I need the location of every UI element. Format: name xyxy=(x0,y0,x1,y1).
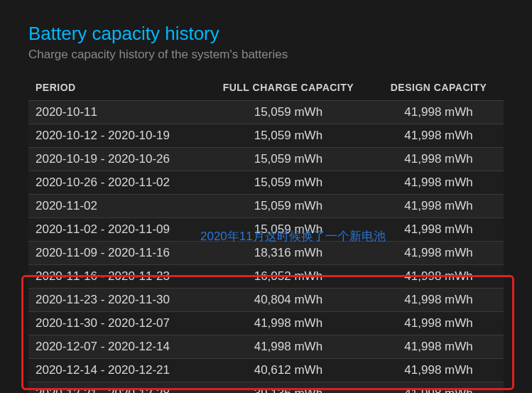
table-header-row: PERIOD FULL CHARGE CAPACITY DESIGN CAPAC… xyxy=(28,76,504,101)
table-row: 2020-12-07 - 2020-12-1441,998 mWh41,998 … xyxy=(28,335,504,359)
cell-full-charge: 41,998 mWh xyxy=(203,335,374,359)
cell-design-capacity: 41,998 mWh xyxy=(374,312,504,335)
cell-period: 2020-10-19 - 2020-10-26 xyxy=(28,148,203,171)
cell-design-capacity: 41,998 mWh xyxy=(374,359,504,382)
col-header-design: DESIGN CAPACITY xyxy=(374,76,504,101)
cell-full-charge: 15,059 mWh xyxy=(203,195,374,218)
cell-design-capacity: 41,998 mWh xyxy=(374,124,504,148)
cell-period: 2020-10-11 xyxy=(28,101,203,124)
cell-design-capacity: 41,998 mWh xyxy=(374,218,504,242)
table-row: 2020-10-1115,059 mWh41,998 mWh xyxy=(28,101,504,124)
cell-design-capacity: 41,998 mWh xyxy=(374,335,504,359)
cell-period: 2020-11-30 - 2020-12-07 xyxy=(28,312,203,335)
table-row: 2020-11-16 - 2020-11-2316,052 mWh41,998 … xyxy=(28,265,504,289)
cell-design-capacity: 41,998 mWh xyxy=(374,171,504,195)
cell-period: 2020-12-21 - 2020-12-28 xyxy=(28,382,203,394)
col-header-period: PERIOD xyxy=(28,76,203,101)
cell-full-charge: 16,052 mWh xyxy=(203,265,374,289)
table-row: 2020-11-0215,059 mWh41,998 mWh xyxy=(28,195,504,218)
section-title: Battery capacity history xyxy=(28,23,504,45)
cell-full-charge: 41,998 mWh xyxy=(203,312,374,335)
cell-period: 2020-11-02 - 2020-11-09 xyxy=(28,218,203,242)
cell-design-capacity: 41,998 mWh xyxy=(374,101,504,124)
cell-period: 2020-12-07 - 2020-12-14 xyxy=(28,335,203,359)
cell-full-charge: 15,059 mWh xyxy=(203,148,374,171)
col-header-full-charge: FULL CHARGE CAPACITY xyxy=(203,76,374,101)
cell-period: 2020-11-23 - 2020-11-30 xyxy=(28,289,203,312)
table-row: 2020-11-09 - 2020-11-1618,316 mWh41,998 … xyxy=(28,242,504,265)
cell-full-charge: 15,059 mWh xyxy=(203,101,374,124)
report-container: Battery capacity history Charge capacity… xyxy=(0,0,532,393)
table-row: 2020-12-14 - 2020-12-2140,612 mWh41,998 … xyxy=(28,359,504,382)
cell-full-charge: 40,804 mWh xyxy=(203,289,374,312)
cell-full-charge: 15,059 mWh xyxy=(203,171,374,195)
cell-period: 2020-11-09 - 2020-11-16 xyxy=(28,242,203,265)
cell-period: 2020-10-12 - 2020-10-19 xyxy=(28,124,203,148)
table-row: 2020-10-26 - 2020-11-0215,059 mWh41,998 … xyxy=(28,171,504,195)
cell-design-capacity: 41,998 mWh xyxy=(374,265,504,289)
cell-design-capacity: 41,998 mWh xyxy=(374,289,504,312)
cell-design-capacity: 41,998 mWh xyxy=(374,242,504,265)
cell-period: 2020-12-14 - 2020-12-21 xyxy=(28,359,203,382)
table-row: 2020-12-21 - 2020-12-2839,136 mWh41,998 … xyxy=(28,382,504,394)
cell-full-charge: 18,316 mWh xyxy=(203,242,374,265)
table-body: 2020-10-1115,059 mWh41,998 mWh2020-10-12… xyxy=(28,101,504,394)
table-row: 2020-11-30 - 2020-12-0741,998 mWh41,998 … xyxy=(28,312,504,335)
cell-full-charge: 15,059 mWh xyxy=(203,124,374,148)
cell-full-charge: 39,136 mWh xyxy=(203,382,374,394)
user-annotation-text: 2020年11月这时候换了一个新电池 xyxy=(200,228,386,244)
cell-period: 2020-11-02 xyxy=(28,195,203,218)
cell-period: 2020-10-26 - 2020-11-02 xyxy=(28,171,203,195)
section-subtitle: Charge capacity history of the system's … xyxy=(28,48,504,62)
cell-design-capacity: 41,998 mWh xyxy=(374,148,504,171)
cell-period: 2020-11-16 - 2020-11-23 xyxy=(28,265,203,289)
table-row: 2020-10-12 - 2020-10-1915,059 mWh41,998 … xyxy=(28,124,504,148)
cell-full-charge: 40,612 mWh xyxy=(203,359,374,382)
cell-design-capacity: 41,998 mWh xyxy=(374,382,504,394)
cell-design-capacity: 41,998 mWh xyxy=(374,195,504,218)
table-row: 2020-11-23 - 2020-11-3040,804 mWh41,998 … xyxy=(28,289,504,312)
table-row: 2020-10-19 - 2020-10-2615,059 mWh41,998 … xyxy=(28,148,504,171)
